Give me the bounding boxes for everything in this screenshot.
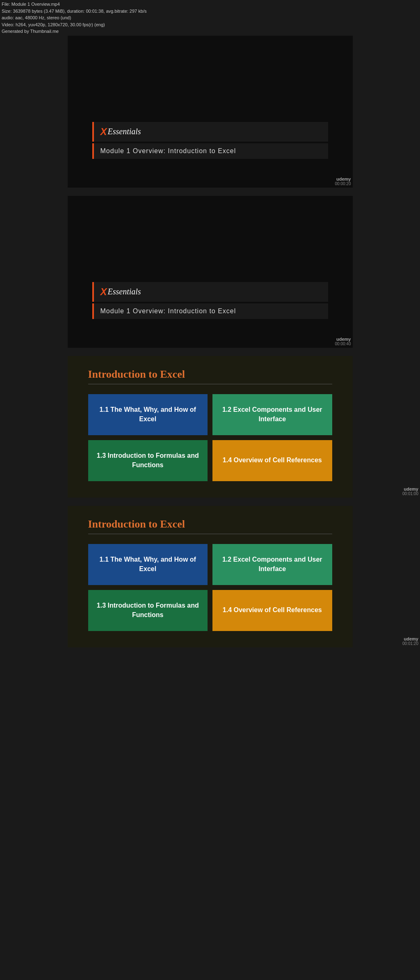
udemy-logo-3: udemy [402,487,418,491]
slide-title-3: Introduction to Excel [88,368,332,381]
frame-4-container: Introduction to Excel 1.1 The What, Why,… [0,506,420,647]
udemy-logo-2: udemy [335,337,351,342]
title-text-1: Module 1 Overview: Introduction to Excel [100,147,236,154]
card-2-3: 1.3 Introduction to Formulas and Functio… [88,590,208,631]
card-2-2: 1.2 Excel Components and User Interface [212,544,332,585]
frame-1: XEssentials Module 1 Overview: Introduct… [0,36,420,196]
udemy-logo-4: udemy [402,636,418,641]
title-bar-2: Module 1 Overview: Introduction to Excel [92,303,328,319]
frame-2: XEssentials Module 1 Overview: Introduct… [0,196,420,356]
frame-3: Introduction to Excel 1.1 The What, Why,… [0,356,420,506]
video-frame-1: XEssentials Module 1 Overview: Introduct… [68,36,353,188]
slide-content-3: Introduction to Excel 1.1 The What, Why,… [68,356,353,498]
overlay-2: XEssentials Module 1 Overview: Introduct… [92,282,328,319]
cards-grid-3: 1.1 The What, Why, and How of Excel 1.2 … [88,394,332,481]
card-2-4: 1.4 Overview of Cell References [212,590,332,631]
logo-x-1: X [100,126,107,138]
file-info-line3: audio: aac, 48000 Hz, stereo (und) [2,14,418,21]
frame-4: Introduction to Excel 1.1 The What, Why,… [0,506,420,656]
card-1-1: 1.1 The What, Why, and How of Excel [88,394,208,435]
logo-x-2: X [100,286,107,298]
card-1-4: 1.4 Overview of Cell References [212,440,332,481]
udemy-watermark-3: udemy 00:01:00 [402,487,418,496]
udemy-logo-1: udemy [335,177,351,181]
file-info-line4: Video: h264, yuv420p, 1280x720, 30.00 fp… [2,21,418,28]
slide-title-4: Introduction to Excel [88,518,332,530]
slide-divider-4 [88,534,332,534]
card-1-2: 1.2 Excel Components and User Interface [212,394,332,435]
title-text-2: Module 1 Overview: Introduction to Excel [100,308,236,314]
slide-content-4: Introduction to Excel 1.1 The What, Why,… [68,506,353,647]
file-info-line5: Generated by Thumbnail.me [2,28,418,35]
timestamp-1: 00:00:20 [335,181,351,186]
card-2-1: 1.1 The What, Why, and How of Excel [88,544,208,585]
timestamp-2: 00:00:40 [335,342,351,346]
logo-bar-1: XEssentials [92,122,328,142]
video-frame-2: XEssentials Module 1 Overview: Introduct… [68,196,353,348]
title-bar-1: Module 1 Overview: Introduction to Excel [92,143,328,159]
card-1-3: 1.3 Introduction to Formulas and Functio… [88,440,208,481]
udemy-watermark-2: udemy 00:00:40 [335,337,351,346]
logo-text-1: Essentials [108,127,141,136]
overlay-1: XEssentials Module 1 Overview: Introduct… [92,122,328,159]
timestamp-4: 00:01:20 [402,641,418,646]
file-info-block: File: Module 1 Overview.mp4 Size: 363987… [0,0,420,36]
udemy-watermark-4: udemy 00:01:20 [402,636,418,646]
slide-divider-3 [88,384,332,384]
udemy-watermark-1: udemy 00:00:20 [335,177,351,186]
cards-grid-4: 1.1 The What, Why, and How of Excel 1.2 … [88,544,332,631]
logo-bar-2: XEssentials [92,282,328,302]
frame-3-container: Introduction to Excel 1.1 The What, Why,… [0,356,420,498]
logo-text-2: Essentials [108,287,141,296]
file-info-line2: Size: 3639878 bytes (3.47 MiB), duration… [2,8,418,15]
timestamp-3: 00:01:00 [402,491,418,496]
file-info-line1: File: Module 1 Overview.mp4 [2,1,418,8]
